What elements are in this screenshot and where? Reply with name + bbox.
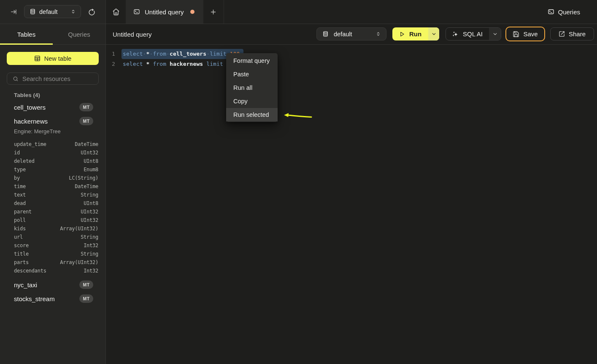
topbar-separator (224, 0, 224, 24)
play-icon (399, 31, 405, 37)
search-input[interactable] (22, 75, 101, 82)
column-name: time (14, 183, 26, 189)
context-menu-item-format-query[interactable]: Format query (226, 54, 278, 67)
column-row-update_time[interactable]: update_timeDateTime (0, 140, 105, 148)
home-button[interactable] (106, 0, 126, 24)
save-button[interactable]: Save (505, 27, 545, 41)
code-line-1[interactable]: 1select·*·from·cell_towers·limit·100· (106, 49, 597, 59)
main-panel: Untitled query default Run SQL AI (106, 24, 597, 364)
column-row-poll[interactable]: pollUInt32 (0, 216, 105, 224)
active-tab-underline (0, 43, 53, 45)
table-row-stocks_stream[interactable]: stocks_streamMT (0, 294, 105, 303)
queries-button-label: Queries (558, 8, 580, 16)
column-row-parts[interactable]: partsArray(UInt32) (0, 258, 105, 267)
column-type: LC(String) (69, 175, 98, 181)
sidebar-tabs: Tables Queries (0, 24, 105, 45)
table-name: nyc_taxi (14, 281, 79, 289)
table-engine-badge: MT (79, 294, 93, 303)
table-columns: update_timeDateTimeidUInt32deletedUInt8t… (0, 140, 105, 275)
share-button[interactable]: Share (550, 27, 594, 40)
topbar-database-selector[interactable]: default (24, 5, 81, 18)
sidebar-tab-tables[interactable]: Tables (0, 24, 53, 44)
column-name: id (14, 150, 20, 156)
column-row-time[interactable]: timeDateTime (0, 182, 105, 191)
column-type: UInt32 (81, 150, 98, 156)
sql-ai-button[interactable]: SQL AI (446, 28, 489, 40)
sql-ai-options-button[interactable] (489, 28, 501, 40)
column-type: Int32 (84, 243, 98, 248)
new-tab-button[interactable] (206, 0, 221, 24)
token-sp (143, 61, 146, 67)
table-name: stocks_stream (14, 295, 79, 302)
run-button[interactable]: Run (392, 27, 428, 40)
column-row-parent[interactable]: parentUInt32 (0, 208, 105, 216)
table-engine-badge: MT (79, 117, 93, 125)
table-row-hackernews[interactable]: hackernewsMT (0, 117, 105, 125)
token-ws: · (166, 51, 170, 57)
token-id: cell_towers (170, 51, 206, 57)
column-name: kids (14, 226, 26, 232)
column-row-dead[interactable]: deadUInt8 (0, 199, 105, 208)
query-toolbar: Untitled query default Run SQL AI (106, 24, 597, 45)
context-menu-item-run-all[interactable]: Run all (226, 81, 278, 94)
column-type: Array(UInt32) (60, 259, 98, 265)
table-engine-label: Engine: MergeTree (0, 128, 105, 135)
column-name: url (14, 234, 23, 240)
column-row-type[interactable]: typeEnum8 (0, 165, 105, 174)
token-ws: · (143, 51, 146, 57)
tab-title: Untitled query (145, 8, 190, 16)
column-row-score[interactable]: scoreInt32 (0, 241, 105, 250)
table-row-cell_towers[interactable]: cell_towersMT (0, 103, 105, 111)
column-row-text[interactable]: textString (0, 191, 105, 199)
plus-icon (210, 8, 217, 16)
column-name: descendants (14, 268, 46, 274)
refresh-button[interactable] (88, 8, 95, 16)
column-row-by[interactable]: byLC(String) (0, 174, 105, 182)
new-table-button[interactable]: New table (7, 52, 99, 65)
top-bar: default Untitled query Queries (0, 0, 597, 24)
toolbar-database-value: default (334, 31, 375, 38)
column-row-id[interactable]: idUInt32 (0, 148, 105, 157)
column-name: poll (14, 217, 26, 223)
topbar-database-value: default (39, 8, 70, 15)
search-icon (13, 76, 19, 82)
tables-list: Tables (4) cell_towersMThackernewsMTEngi… (0, 91, 105, 303)
save-button-label: Save (523, 30, 538, 38)
toolbar-database-selector[interactable]: default (316, 27, 386, 40)
chevrons-up-down-icon (70, 9, 76, 14)
column-row-deleted[interactable]: deletedUInt8 (0, 157, 105, 165)
arrow-right-to-line-icon (10, 8, 18, 16)
sql-editor[interactable]: 1select·*·from·cell_towers·limit·100·2se… (106, 45, 597, 364)
column-row-kids[interactable]: kidsArray(UInt32) (0, 224, 105, 233)
sidebar-tab-queries[interactable]: Queries (53, 24, 105, 44)
context-menu-item-run-selected[interactable]: Run selected (226, 108, 278, 121)
table-icon (34, 55, 41, 62)
sql-ai-button-group: SQL AI (446, 27, 501, 40)
context-menu-item-paste[interactable]: Paste (226, 67, 278, 81)
token-kw: from (153, 51, 166, 57)
context-menu: Format queryPasteRun allCopyRun selected (226, 53, 278, 122)
query-tab[interactable]: Untitled query (126, 0, 203, 24)
column-type: Array(UInt32) (60, 226, 98, 232)
column-row-url[interactable]: urlString (0, 233, 105, 241)
table-row-nyc_taxi[interactable]: nyc_taxiMT (0, 280, 105, 289)
run-options-button[interactable] (428, 27, 439, 40)
share-icon (559, 31, 565, 37)
sidebar-collapse-button[interactable] (10, 8, 18, 16)
column-row-descendants[interactable]: descendantsInt32 (0, 267, 105, 275)
database-icon (323, 31, 328, 37)
column-type: UInt32 (81, 217, 98, 223)
sql-ai-label: SQL AI (463, 30, 483, 38)
tables-section-label: Tables (4) (0, 91, 105, 100)
run-button-label: Run (409, 30, 421, 38)
column-row-title[interactable]: titleString (0, 250, 105, 258)
token-kw: limit (206, 61, 223, 67)
context-menu-item-copy[interactable]: Copy (226, 94, 278, 108)
queries-button[interactable]: Queries (548, 0, 580, 24)
column-type: UInt8 (84, 158, 98, 164)
save-icon (513, 31, 519, 38)
table-engine-badge: MT (79, 103, 93, 111)
code-line-2[interactable]: 2select * from hackernews limit (106, 59, 597, 69)
column-type: String (81, 251, 98, 257)
table-name: hackernews (14, 118, 79, 125)
